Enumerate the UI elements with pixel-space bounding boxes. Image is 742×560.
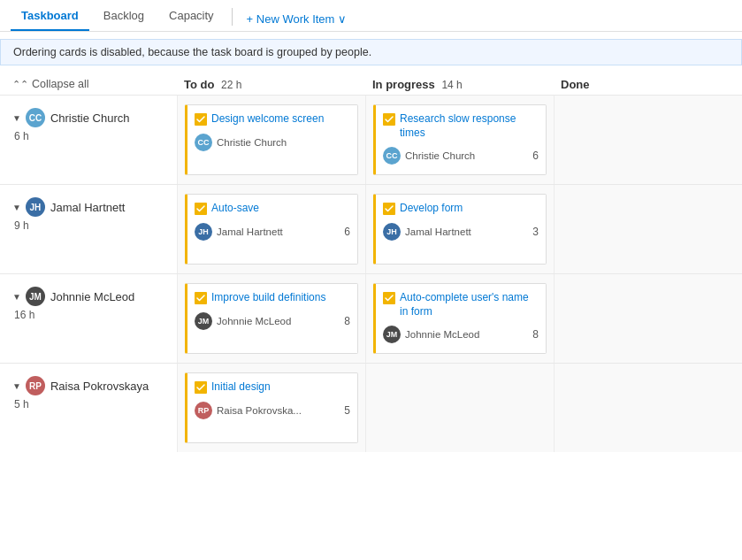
collapse-all-button[interactable]: ⌃⌃ Collapse all bbox=[12, 78, 177, 90]
task-card[interactable]: Auto-complete user's name in form JM Joh… bbox=[373, 283, 547, 354]
task-hours: 5 bbox=[344, 404, 350, 417]
task-icon bbox=[195, 113, 207, 126]
board-header-row: ⌃⌃ Collapse all To do 22 h In progress 1… bbox=[0, 73, 742, 95]
col-people-header: ⌃⌃ Collapse all bbox=[0, 78, 177, 91]
task-hours: 8 bbox=[344, 315, 350, 327]
person-info: ▼ CC Christie Church 6 h bbox=[0, 96, 177, 184]
tab-backlog[interactable]: Backlog bbox=[93, 2, 155, 31]
assignee-name: Christie Church bbox=[405, 150, 475, 161]
task-title-row: Auto-save bbox=[195, 202, 350, 216]
task-card[interactable]: Research slow response times CC Christie… bbox=[373, 104, 547, 175]
person-section: ▼ JH Jamal Hartnett 9 h Auto-save JH Jam… bbox=[0, 184, 742, 273]
board-container: ⌃⌃ Collapse all To do 22 h In progress 1… bbox=[0, 65, 742, 452]
task-title-text: Auto-complete user's name in form bbox=[400, 291, 539, 318]
person-info: ▼ RP Raisa Pokrovskaya 5 h bbox=[0, 364, 177, 452]
assignee-name: Johnnie McLeod bbox=[405, 329, 479, 340]
person-name: Jamal Hartnett bbox=[50, 201, 126, 214]
task-title-text: Develop form bbox=[400, 202, 463, 216]
expand-icon[interactable]: ▼ bbox=[12, 381, 21, 391]
task-hours: 3 bbox=[532, 226, 539, 238]
person-name: Christie Church bbox=[50, 111, 130, 125]
card-avatar: CC bbox=[383, 147, 401, 165]
task-title-row: Auto-complete user's name in form bbox=[383, 291, 539, 318]
assignee-row: CC Christie Church bbox=[383, 147, 475, 165]
task-hours: 6 bbox=[532, 150, 539, 162]
task-icon bbox=[195, 292, 207, 304]
col-inprogress: Research slow response times CC Christie… bbox=[365, 96, 554, 184]
col-done-label: Done bbox=[561, 78, 590, 91]
person-name-row: ▼ RP Raisa Pokrovskaya bbox=[12, 376, 177, 395]
card-avatar: JH bbox=[195, 223, 212, 241]
col-inprogress bbox=[365, 364, 554, 452]
nav-divider bbox=[232, 8, 233, 26]
task-icon bbox=[383, 292, 395, 304]
assignee-name: Johnnie McLeod bbox=[217, 316, 291, 326]
col-header-done: Done bbox=[554, 78, 742, 91]
task-title-row: Initial design bbox=[195, 380, 350, 395]
task-card-footer: JH Jamal Hartnett 3 bbox=[383, 223, 539, 241]
task-card[interactable]: Design welcome screen CC Christie Church bbox=[185, 104, 358, 175]
col-inprogress-label: In progress bbox=[372, 78, 435, 91]
card-avatar: CC bbox=[195, 134, 212, 151]
card-avatar: RP bbox=[195, 402, 212, 419]
col-todo: Initial design RP Raisa Pokrovska... 5 bbox=[177, 364, 365, 452]
avatar: RP bbox=[26, 376, 45, 395]
col-done bbox=[554, 96, 742, 184]
person-hours: 6 h bbox=[12, 130, 177, 142]
nav-bar: Taskboard Backlog Capacity + New Work It… bbox=[0, 0, 742, 32]
info-banner: Ordering cards is disabled, because the … bbox=[0, 39, 742, 65]
task-card-footer: CC Christie Church bbox=[195, 134, 350, 151]
person-section: ▼ RP Raisa Pokrovskaya 5 h Initial desig… bbox=[0, 363, 742, 452]
task-card[interactable]: Improve build definitions JM Johnnie McL… bbox=[185, 283, 358, 354]
col-inprogress: Auto-complete user's name in form JM Joh… bbox=[365, 274, 554, 363]
task-card-footer: JH Jamal Hartnett 6 bbox=[195, 223, 350, 241]
task-hours: 6 bbox=[344, 226, 350, 238]
task-title-row: Develop form bbox=[383, 202, 539, 216]
task-card-footer: CC Christie Church 6 bbox=[383, 147, 539, 165]
assignee-row: JH Jamal Hartnett bbox=[195, 223, 283, 241]
col-done bbox=[554, 274, 742, 363]
expand-icon[interactable]: ▼ bbox=[12, 292, 21, 302]
expand-icon[interactable]: ▼ bbox=[12, 203, 21, 212]
person-name-row: ▼ JH Jamal Hartnett bbox=[12, 197, 177, 217]
card-avatar: JM bbox=[383, 326, 401, 343]
col-done bbox=[554, 185, 742, 273]
tab-taskboard[interactable]: Taskboard bbox=[11, 2, 89, 31]
card-avatar: JH bbox=[383, 223, 401, 241]
person-info: ▼ JH Jamal Hartnett 9 h bbox=[0, 185, 177, 273]
person-hours: 9 h bbox=[12, 219, 177, 232]
task-title-text: Improve build definitions bbox=[211, 291, 325, 305]
person-name: Raisa Pokrovskaya bbox=[50, 380, 149, 393]
person-hours: 16 h bbox=[12, 309, 177, 321]
col-inprogress-hours: 14 h bbox=[441, 79, 462, 91]
col-header-todo: To do 22 h bbox=[177, 78, 365, 91]
task-hours: 8 bbox=[532, 328, 539, 341]
task-icon bbox=[195, 381, 207, 394]
task-card[interactable]: Develop form JH Jamal Hartnett 3 bbox=[373, 194, 547, 265]
avatar: JM bbox=[26, 287, 45, 306]
assignee-row: JH Jamal Hartnett bbox=[383, 223, 471, 241]
tab-capacity[interactable]: Capacity bbox=[158, 2, 225, 31]
person-name-row: ▼ JM Johnnie McLeod bbox=[12, 287, 177, 306]
person-info: ▼ JM Johnnie McLeod 16 h bbox=[0, 274, 177, 363]
task-icon bbox=[383, 113, 395, 126]
col-inprogress: Develop form JH Jamal Hartnett 3 bbox=[365, 185, 554, 273]
task-icon bbox=[195, 203, 207, 215]
task-card[interactable]: Auto-save JH Jamal Hartnett 6 bbox=[185, 194, 358, 265]
person-name: Johnnie McLeod bbox=[50, 290, 134, 303]
expand-icon[interactable]: ▼ bbox=[12, 113, 21, 123]
new-work-item-button[interactable]: + New Work Item ∨ bbox=[240, 12, 354, 26]
col-header-inprogress: In progress 14 h bbox=[365, 78, 554, 91]
card-avatar: JM bbox=[195, 312, 212, 330]
assignee-row: RP Raisa Pokrovska... bbox=[195, 402, 302, 419]
task-title-text: Research slow response times bbox=[400, 112, 539, 140]
board-rows: ▼ CC Christie Church 6 h Design welcome … bbox=[0, 95, 742, 452]
assignee-row: JM Johnnie McLeod bbox=[195, 312, 291, 330]
task-card-footer: JM Johnnie McLeod 8 bbox=[195, 312, 350, 330]
collapse-all-icon: ⌃⌃ bbox=[12, 79, 28, 90]
task-title-row: Improve build definitions bbox=[195, 291, 350, 305]
task-card[interactable]: Initial design RP Raisa Pokrovska... 5 bbox=[185, 372, 358, 443]
avatar: JH bbox=[26, 197, 45, 217]
col-todo-label: To do bbox=[184, 78, 214, 91]
avatar: CC bbox=[26, 108, 45, 127]
